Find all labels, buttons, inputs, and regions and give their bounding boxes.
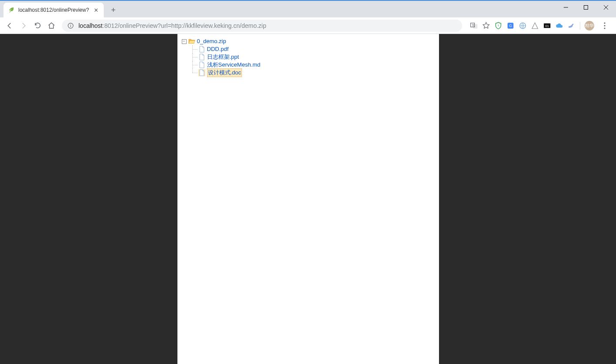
svg-text:G: G bbox=[509, 24, 512, 28]
browser-globe-icon[interactable] bbox=[519, 22, 527, 30]
extension-01-icon[interactable]: 01 bbox=[543, 22, 551, 30]
minimize-button[interactable] bbox=[556, 1, 576, 14]
bird-icon[interactable] bbox=[568, 22, 575, 30]
svg-point-16 bbox=[604, 22, 605, 24]
tree-file-node-selected[interactable]: 设计模式.doc bbox=[191, 69, 435, 77]
tree-root-label[interactable]: 0_demo.zip bbox=[197, 37, 226, 45]
new-tab-button[interactable]: + bbox=[107, 4, 119, 16]
file-icon bbox=[198, 61, 205, 68]
page-content: − 0_demo.zip DDD.pdf 日志框架.ppt bbox=[177, 34, 439, 364]
svg-point-6 bbox=[70, 24, 71, 24]
shield-icon[interactable]: T bbox=[494, 22, 502, 30]
cloud-icon[interactable] bbox=[555, 22, 563, 30]
browser-tab-active[interactable]: localhost:8012/onlinePreview? ✕ bbox=[3, 3, 104, 17]
star-icon[interactable] bbox=[482, 22, 490, 30]
tree-file-node[interactable]: 日志框架.ppt bbox=[191, 53, 435, 61]
tree-file-label[interactable]: DDD.pdf bbox=[207, 45, 229, 53]
address-bar[interactable]: localhost:8012/onlinePreview?url=http://… bbox=[62, 20, 462, 32]
collapse-icon[interactable]: − bbox=[182, 39, 187, 44]
svg-point-18 bbox=[604, 27, 605, 29]
browser-tabstrip: localhost:8012/onlinePreview? ✕ + bbox=[0, 1, 616, 17]
home-button[interactable] bbox=[45, 20, 58, 32]
kebab-menu-icon[interactable] bbox=[599, 20, 611, 32]
close-icon[interactable]: ✕ bbox=[92, 7, 99, 13]
svg-rect-1 bbox=[584, 6, 588, 10]
page-viewport: − 0_demo.zip DDD.pdf 日志框架.ppt bbox=[0, 34, 616, 364]
tree-file-label[interactable]: 日志框架.ppt bbox=[207, 53, 239, 61]
forward-button[interactable] bbox=[17, 20, 30, 32]
translate-icon[interactable]: 文 bbox=[470, 22, 478, 30]
extensions-area: 文 T G 01 精华 bbox=[466, 20, 613, 32]
profile-avatar[interactable]: 精华 bbox=[585, 21, 594, 30]
back-button[interactable] bbox=[3, 20, 16, 32]
close-window-button[interactable] bbox=[596, 1, 616, 14]
extension-a-icon[interactable] bbox=[531, 22, 539, 30]
leaf-icon bbox=[8, 7, 15, 13]
svg-text:01: 01 bbox=[545, 24, 549, 28]
extension-translate-icon[interactable]: G bbox=[507, 22, 514, 30]
maximize-button[interactable] bbox=[576, 1, 596, 14]
tree-file-label[interactable]: 浅析ServiceMesh.md bbox=[207, 61, 261, 69]
file-icon bbox=[198, 69, 205, 76]
svg-text:文: 文 bbox=[472, 23, 474, 26]
file-icon bbox=[198, 54, 205, 61]
tree-root-node[interactable]: − 0_demo.zip bbox=[182, 37, 435, 45]
window-controls bbox=[556, 1, 616, 14]
tree-children: DDD.pdf 日志框架.ppt 浅析ServiceMesh.md bbox=[182, 45, 435, 77]
tree-file-node[interactable]: 浅析ServiceMesh.md bbox=[191, 61, 435, 69]
tree-file-label[interactable]: 设计模式.doc bbox=[207, 68, 242, 77]
tab-title: localhost:8012/onlinePreview? bbox=[18, 7, 92, 13]
folder-open-icon bbox=[188, 38, 195, 45]
svg-point-17 bbox=[604, 25, 605, 26]
file-tree: − 0_demo.zip DDD.pdf 日志框架.ppt bbox=[182, 37, 435, 77]
url-text: localhost:8012/onlinePreview?url=http://… bbox=[78, 22, 266, 29]
reload-button[interactable] bbox=[31, 20, 44, 32]
browser-toolbar: localhost:8012/onlinePreview?url=http://… bbox=[0, 17, 616, 34]
tree-file-node[interactable]: DDD.pdf bbox=[191, 45, 435, 53]
file-icon bbox=[198, 46, 205, 53]
svg-text:T: T bbox=[497, 24, 499, 27]
divider bbox=[580, 22, 580, 30]
site-info-icon[interactable] bbox=[67, 22, 74, 29]
